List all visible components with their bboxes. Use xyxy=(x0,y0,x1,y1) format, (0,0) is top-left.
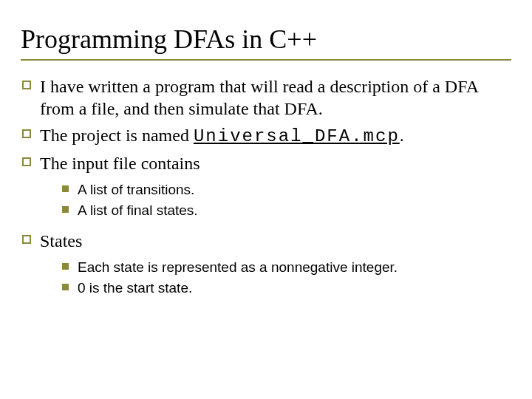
bullet-text: The input file contains xyxy=(40,152,511,174)
square-fill-bullet-icon xyxy=(62,206,69,213)
sub-bullet-item: Each state is represented as a nonnegati… xyxy=(62,258,511,277)
bullet-item: The input file contains xyxy=(21,152,511,174)
square-fill-bullet-icon xyxy=(62,284,69,290)
sub-bullet-text: A list of transitions. xyxy=(78,180,511,200)
bullet-item: I have written a program that will read … xyxy=(21,75,511,120)
text-run: . xyxy=(400,126,404,145)
slide-title: Programming DFAs in C++ xyxy=(21,24,511,61)
sub-list: Each state is represented as a nonnegati… xyxy=(62,258,511,297)
square-fill-bullet-icon xyxy=(62,263,69,270)
bullet-item: The project is named Universal_DFA.mcp. xyxy=(21,124,511,148)
square-bullet-icon xyxy=(22,81,31,89)
sub-bullet-text: Each state is represented as a nonnegati… xyxy=(78,258,511,277)
square-fill-bullet-icon xyxy=(62,185,69,192)
bullet-text: The project is named Universal_DFA.mcp. xyxy=(40,124,511,148)
square-bullet-icon xyxy=(22,235,31,244)
code-text: Universal_DFA.mcp xyxy=(194,126,400,146)
sub-bullet-item: A list of final states. xyxy=(62,201,511,220)
square-bullet-icon xyxy=(22,157,31,166)
bullet-text: States xyxy=(40,230,511,252)
bullet-item: States xyxy=(21,230,511,252)
bullet-text: I have written a program that will read … xyxy=(40,75,511,120)
square-bullet-icon xyxy=(22,129,31,138)
sub-bullet-item: 0 is the start state. xyxy=(62,279,511,298)
text-run: The project is named xyxy=(40,126,194,145)
sub-list: A list of transitions. A list of final s… xyxy=(62,180,511,219)
sub-bullet-text: 0 is the start state. xyxy=(78,279,511,298)
sub-bullet-item: A list of transitions. xyxy=(62,180,511,200)
sub-bullet-text: A list of final states. xyxy=(78,201,511,220)
